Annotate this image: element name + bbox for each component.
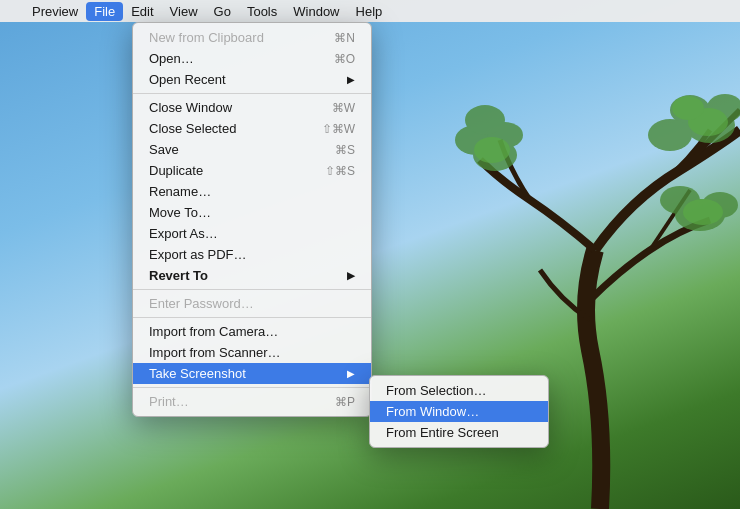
menu-item-from-selection[interactable]: From Selection…	[370, 380, 548, 401]
menu-item-revert-to[interactable]: Revert To ▶	[133, 265, 371, 286]
menu-item-export-as-pdf[interactable]: Export as PDF…	[133, 244, 371, 265]
menu-item-import-camera[interactable]: Import from Camera…	[133, 321, 371, 342]
menu-item-rename[interactable]: Rename…	[133, 181, 371, 202]
submenu-arrow-open-recent: ▶	[347, 74, 355, 85]
menu-item-open[interactable]: Open… ⌘O	[133, 48, 371, 69]
menubar-go[interactable]: Go	[206, 2, 239, 21]
svg-point-2	[648, 119, 692, 151]
menu-item-from-entire-screen[interactable]: From Entire Screen	[370, 422, 548, 443]
separator-3	[133, 317, 371, 318]
menu-item-save[interactable]: Save ⌘S	[133, 139, 371, 160]
separator-2	[133, 289, 371, 290]
svg-point-7	[465, 105, 505, 135]
menu-item-import-scanner[interactable]: Import from Scanner…	[133, 342, 371, 363]
menubar: Preview File Edit View Go Tools Window H…	[0, 0, 740, 22]
menubar-view[interactable]: View	[162, 2, 206, 21]
menubar-tools[interactable]: Tools	[239, 2, 285, 21]
menu-item-close-selected[interactable]: Close Selected ⇧⌘W	[133, 118, 371, 139]
menu-item-from-window[interactable]: From Window…	[370, 401, 548, 422]
menubar-edit[interactable]: Edit	[123, 2, 161, 21]
menu-item-print[interactable]: Print… ⌘P	[133, 391, 371, 412]
menubar-preview[interactable]: Preview	[24, 2, 86, 21]
menu-item-open-recent[interactable]: Open Recent ▶	[133, 69, 371, 90]
submenu-arrow-screenshot: ▶	[347, 368, 355, 379]
submenu-arrow-revert-to: ▶	[347, 270, 355, 281]
menu-item-duplicate[interactable]: Duplicate ⇧⌘S	[133, 160, 371, 181]
screenshot-submenu: From Selection… From Window… From Entire…	[369, 375, 549, 448]
menu-item-enter-password[interactable]: Enter Password…	[133, 293, 371, 314]
menu-item-new-from-clipboard[interactable]: New from Clipboard ⌘N	[133, 27, 371, 48]
separator-4	[133, 387, 371, 388]
svg-point-13	[474, 137, 510, 163]
svg-point-12	[672, 96, 704, 120]
menu-item-export-as[interactable]: Export As…	[133, 223, 371, 244]
menu-item-close-window[interactable]: Close Window ⌘W	[133, 97, 371, 118]
menu-item-move-to[interactable]: Move To…	[133, 202, 371, 223]
svg-point-14	[683, 199, 723, 225]
menu-item-take-screenshot[interactable]: Take Screenshot ▶	[133, 363, 371, 384]
menubar-help[interactable]: Help	[348, 2, 391, 21]
menubar-file[interactable]: File	[86, 2, 123, 21]
menubar-window[interactable]: Window	[285, 2, 347, 21]
file-dropdown-menu: New from Clipboard ⌘N Open… ⌘O Open Rece…	[132, 22, 372, 417]
separator-1	[133, 93, 371, 94]
